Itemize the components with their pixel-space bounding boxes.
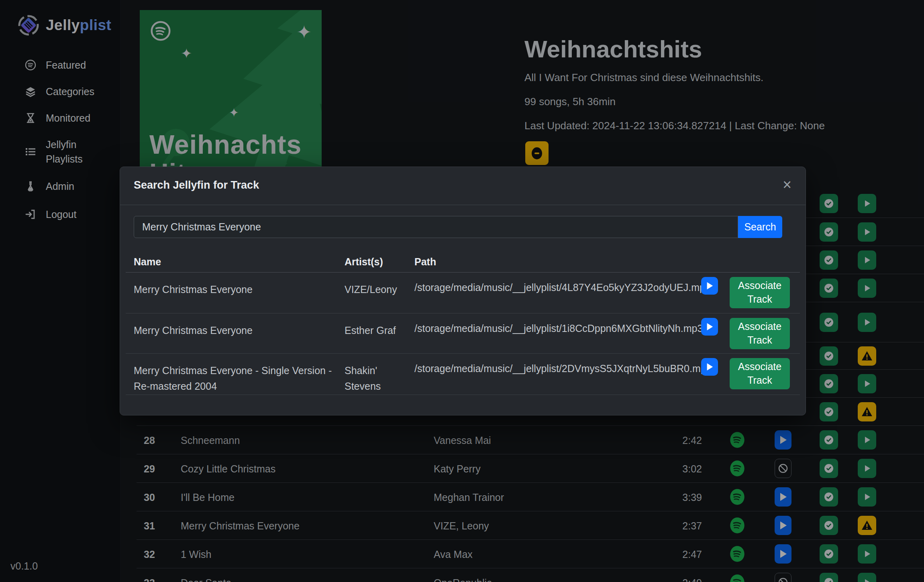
column-header-name: Name <box>134 256 161 268</box>
associate-track-button[interactable]: Associate Track <box>730 277 790 308</box>
search-jellyfin-modal: Search Jellyfin for Track × Search Name … <box>120 167 806 415</box>
result-name: Merry Christmas Everyone <box>134 323 335 338</box>
column-header-artists: Artist(s) <box>345 256 383 268</box>
result-artists: Esther Graf <box>345 323 409 338</box>
play-icon <box>706 322 714 331</box>
search-result-row: Merry Christmas Everyone - Single Versio… <box>126 353 800 395</box>
close-icon[interactable]: × <box>779 177 795 193</box>
play-icon <box>706 362 714 371</box>
result-name: Merry Christmas Everyone - Single Versio… <box>134 363 335 394</box>
modal-title: Search Jellyfin for Track <box>134 179 259 191</box>
preview-play-button[interactable] <box>701 358 718 376</box>
app-root: ✦ ✦ ✦ Weihnachts Hits Weihnachtshits All… <box>0 0 924 582</box>
associate-track-button[interactable]: Associate Track <box>730 358 790 389</box>
result-artists: VIZE/Leony <box>345 282 409 297</box>
search-result-row: Merry Christmas Everyone VIZE/Leony /sto… <box>126 272 800 313</box>
preview-play-button[interactable] <box>701 277 718 295</box>
modal-header: Search Jellyfin for Track × <box>120 167 806 205</box>
result-path: /storage/media/music/__jellyplist/1i8CcD… <box>414 323 700 334</box>
search-input[interactable] <box>134 216 738 238</box>
result-path: /storage/media/music/__jellyplist/2DVmys… <box>414 363 700 374</box>
search-result-row: Merry Christmas Everyone Esther Graf /st… <box>126 313 800 354</box>
column-header-path: Path <box>414 256 436 268</box>
play-icon <box>706 281 714 290</box>
associate-track-button[interactable]: Associate Track <box>730 318 790 349</box>
search-button[interactable]: Search <box>738 216 782 238</box>
preview-play-button[interactable] <box>701 318 718 336</box>
result-artists: Shakin' Stevens <box>345 363 409 394</box>
result-name: Merry Christmas Everyone <box>134 282 335 297</box>
result-path: /storage/media/music/__jellyplist/4L87Y4… <box>414 282 700 293</box>
